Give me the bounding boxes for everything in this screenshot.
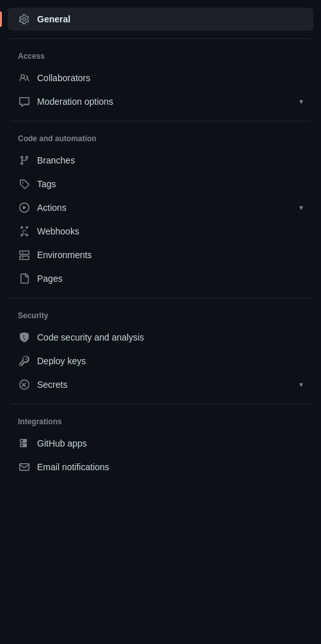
sidebar-item-collaborators[interactable]: Collaborators bbox=[0, 66, 321, 89]
sidebar-item-tags[interactable]: Tags bbox=[0, 172, 321, 195]
actions-chevron: ▾ bbox=[299, 203, 303, 212]
sidebar-item-actions[interactable]: Actions ▾ bbox=[0, 196, 321, 219]
webhooks-label: Webhooks bbox=[37, 226, 303, 236]
shield-icon bbox=[18, 331, 31, 344]
sidebar-item-general[interactable]: General bbox=[8, 8, 313, 31]
moderation-options-label: Moderation options bbox=[37, 96, 293, 107]
pages-icon bbox=[18, 272, 31, 285]
tags-label: Tags bbox=[37, 179, 303, 189]
email-notifications-label: Email notifications bbox=[37, 462, 303, 472]
asterisk-icon bbox=[18, 378, 31, 391]
secrets-label: Secrets bbox=[37, 379, 293, 390]
section-header-integrations: Integrations bbox=[0, 412, 321, 431]
branches-label: Branches bbox=[37, 155, 303, 165]
tag-icon bbox=[18, 178, 31, 190]
actions-label: Actions bbox=[37, 203, 293, 213]
section-header-code-automation: Code and automation bbox=[0, 129, 321, 148]
divider-after-access bbox=[10, 121, 311, 121]
branch-icon bbox=[18, 154, 31, 167]
github-apps-label: GitHub apps bbox=[37, 438, 303, 448]
sidebar-item-email-notifications[interactable]: Email notifications bbox=[0, 456, 321, 479]
sidebar-item-github-apps[interactable]: GitHub apps bbox=[0, 432, 321, 455]
sidebar-item-secrets[interactable]: Secrets ▾ bbox=[0, 373, 321, 396]
section-header-access: Access bbox=[0, 47, 321, 66]
sidebar-item-branches[interactable]: Branches bbox=[0, 149, 321, 172]
sidebar-item-code-security[interactable]: Code security and analysis bbox=[0, 326, 321, 349]
section-header-security: Security bbox=[0, 306, 321, 325]
play-icon bbox=[18, 201, 31, 214]
general-label: General bbox=[37, 14, 70, 24]
sidebar-item-webhooks[interactable]: Webhooks bbox=[0, 220, 321, 243]
sidebar-item-pages[interactable]: Pages bbox=[0, 267, 321, 290]
divider-after-code-automation bbox=[10, 298, 311, 298]
person-icon bbox=[18, 72, 31, 84]
deploy-keys-label: Deploy keys bbox=[37, 356, 303, 366]
divider-after-general bbox=[10, 38, 311, 39]
server-icon bbox=[18, 249, 31, 261]
pages-label: Pages bbox=[37, 273, 303, 284]
sidebar-item-deploy-keys[interactable]: Deploy keys bbox=[0, 349, 321, 372]
environments-label: Environments bbox=[37, 250, 303, 260]
moderation-options-chevron: ▾ bbox=[299, 97, 303, 106]
code-security-label: Code security and analysis bbox=[37, 332, 303, 342]
gear-icon bbox=[18, 13, 31, 26]
sidebar-item-moderation-options[interactable]: Moderation options ▾ bbox=[0, 90, 321, 113]
divider-after-security bbox=[10, 404, 311, 404]
webhook-icon bbox=[18, 225, 31, 238]
sidebar-item-environments[interactable]: Environments bbox=[0, 243, 321, 266]
comment-icon bbox=[18, 95, 31, 108]
mail-icon bbox=[18, 461, 31, 473]
sidebar: General Access Collaborators Moderation … bbox=[0, 0, 321, 484]
apps-icon bbox=[18, 437, 31, 450]
secrets-chevron: ▾ bbox=[299, 380, 303, 389]
collaborators-label: Collaborators bbox=[37, 73, 303, 83]
key-icon bbox=[18, 355, 31, 367]
